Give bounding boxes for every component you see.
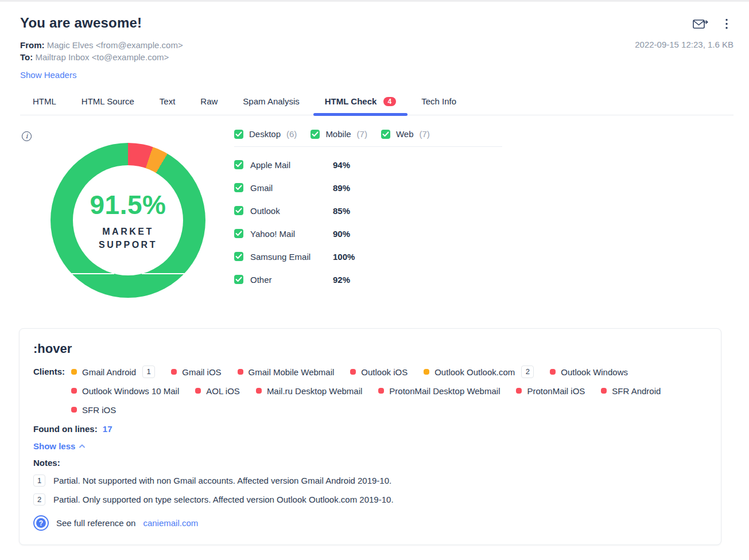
- filter-mobile-label: Mobile: [325, 129, 351, 139]
- affected-client-name: Gmail Android: [82, 367, 136, 377]
- show-less-link[interactable]: Show less: [33, 441, 85, 451]
- affected-client-name: SFR Android: [612, 386, 661, 396]
- message-tabs: HTML HTML Source Text Raw Spam Analysis …: [20, 90, 734, 115]
- filter-web[interactable]: Web (7): [381, 129, 430, 139]
- affected-client-name: ProtonMail iOS: [527, 386, 585, 396]
- show-headers-link[interactable]: Show Headers: [20, 70, 76, 80]
- filter-web-count: (7): [419, 129, 429, 139]
- no-support-dot: [516, 388, 522, 394]
- tab-raw[interactable]: Raw: [188, 90, 230, 115]
- kebab-menu-icon[interactable]: [725, 19, 728, 29]
- market-support-caption: MARKET SUPPORT: [99, 225, 157, 251]
- checkbox-checked-icon[interactable]: [234, 229, 243, 238]
- note-text: Partial. Only supported on type selector…: [53, 493, 394, 505]
- checkbox-checked-icon[interactable]: [234, 252, 243, 261]
- tab-tech-info[interactable]: Tech Info: [409, 90, 469, 115]
- caniemail-link[interactable]: caniemail.com: [143, 518, 198, 528]
- affected-client-name: Outlook Outlook.com: [434, 367, 515, 377]
- tab-html-check[interactable]: HTML Check 4: [312, 90, 409, 115]
- address-block: From: Magic Elves <from@example.com> To:…: [20, 39, 183, 63]
- checkbox-checked-icon[interactable]: [234, 160, 243, 169]
- client-row-gmail: Gmail 89%: [234, 182, 502, 193]
- client-support-pct: 94%: [333, 160, 350, 170]
- no-support-dot: [601, 388, 607, 394]
- found-on-lines-row: Found on lines: 17: [33, 424, 707, 434]
- no-support-dot: [195, 388, 201, 394]
- issue-title: :hover: [33, 341, 707, 356]
- no-support-dot: [550, 369, 556, 375]
- client-name: Other: [250, 275, 333, 285]
- filter-desktop[interactable]: Desktop (6): [234, 129, 297, 139]
- checkbox-checked-icon[interactable]: [234, 130, 243, 139]
- affected-client: Outlook Windows 10 Mail: [71, 385, 179, 396]
- checkbox-checked-icon[interactable]: [234, 206, 243, 215]
- filter-web-label: Web: [396, 129, 414, 139]
- affected-client: ProtonMail Desktop Webmail: [378, 385, 500, 396]
- tab-html[interactable]: HTML: [20, 90, 69, 115]
- affected-client-name: SFR iOS: [82, 405, 116, 415]
- to-label: To:: [20, 52, 33, 62]
- affected-clients: Gmail Android 1 Gmail iOS Gmail Mobile W…: [71, 366, 707, 415]
- affected-client: Outlook Windows: [550, 366, 628, 378]
- info-icon[interactable]: i: [22, 131, 32, 141]
- filter-mobile-count: (7): [357, 129, 367, 139]
- affected-client-name: Mail.ru Desktop Webmail: [267, 386, 362, 396]
- filter-mobile[interactable]: Mobile (7): [311, 129, 367, 139]
- no-support-dot: [238, 369, 243, 375]
- client-row-yahoo-mail: Yahoo! Mail 90%: [234, 228, 502, 239]
- no-support-dot: [71, 388, 77, 394]
- message-subject: You are awesome!: [20, 15, 142, 31]
- html-check-panel: i 91.5% MARKET SUPPORT Desktop (6): [0, 115, 749, 298]
- checkbox-checked-icon[interactable]: [234, 183, 243, 192]
- note-ref-badge: 1: [142, 365, 155, 378]
- affected-client: Outlook Outlook.com 2: [424, 366, 534, 378]
- no-support-dot: [350, 369, 356, 375]
- affected-client-name: Outlook iOS: [361, 367, 408, 377]
- caniemail-question-icon: ?: [33, 515, 49, 531]
- note-row: 1 Partial. Not supported with non Gmail …: [33, 475, 707, 487]
- to-value: Mailtrap Inbox <to@example.com>: [35, 52, 169, 62]
- tab-spam-analysis[interactable]: Spam Analysis: [230, 90, 312, 115]
- donut-segment-divider: [71, 273, 114, 274]
- from-line: From: Magic Elves <from@example.com>: [20, 39, 183, 51]
- market-support-value: 91.5%: [90, 189, 166, 220]
- message-header: You are awesome!: [0, 2, 749, 80]
- issue-card-hover: :hover Clients: Gmail Android 1 Gmail iO…: [19, 328, 721, 545]
- tab-text[interactable]: Text: [147, 90, 188, 115]
- checkbox-checked-icon[interactable]: [311, 130, 320, 139]
- affected-client: Outlook iOS: [350, 366, 408, 378]
- client-row-other: Other 92%: [234, 274, 502, 285]
- affected-client-name: Gmail iOS: [182, 367, 221, 377]
- market-support-chart: 91.5% MARKET SUPPORT: [51, 143, 205, 298]
- note-ref-badge: 2: [521, 365, 534, 378]
- client-name: Gmail: [250, 183, 333, 193]
- client-support-list: Apple Mail 94% Gmail 89% Outlook 85%: [234, 159, 502, 285]
- html-check-count-badge: 4: [383, 97, 397, 106]
- affected-client: SFR Android: [601, 385, 661, 396]
- message-meta: 2022-09-15 12:23, 1.6 KB: [635, 40, 734, 63]
- partial-support-dot: [424, 369, 429, 375]
- client-support-pct: 90%: [333, 229, 350, 239]
- tab-html-check-label: HTML Check: [325, 96, 377, 106]
- partial-support-dot: [71, 369, 77, 375]
- affected-client: Gmail iOS: [171, 366, 221, 378]
- checkbox-checked-icon[interactable]: [234, 275, 243, 284]
- message-view: You are awesome!: [0, 2, 749, 545]
- filter-desktop-count: (6): [286, 129, 297, 139]
- donut-segment-divider: [142, 273, 185, 274]
- platform-filters: Desktop (6) Mobile (7) Web (7): [234, 129, 502, 147]
- forward-email-icon[interactable]: [693, 18, 708, 30]
- found-on-lines-link[interactable]: 17: [103, 424, 112, 434]
- client-name: Apple Mail: [250, 160, 333, 170]
- no-support-dot: [171, 369, 177, 375]
- clients-label: Clients:: [33, 366, 71, 415]
- reference-row: ? See full reference on caniemail.com: [33, 515, 707, 531]
- tab-html-source[interactable]: HTML Source: [69, 90, 147, 115]
- client-row-outlook: Outlook 85%: [234, 205, 502, 216]
- client-name: Samsung Email: [250, 252, 333, 262]
- checkbox-checked-icon[interactable]: [381, 130, 390, 139]
- no-support-dot: [378, 388, 384, 394]
- client-name: Outlook: [250, 206, 333, 216]
- affected-client: Mail.ru Desktop Webmail: [256, 385, 362, 396]
- no-support-dot: [256, 388, 262, 394]
